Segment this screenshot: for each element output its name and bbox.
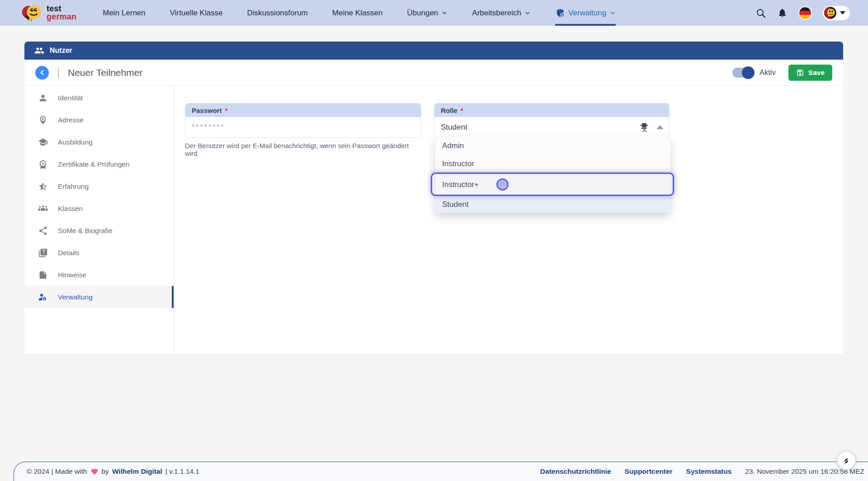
topbar: test german Mein Lernen Virtuelle Klasse…	[0, 0, 868, 26]
topbar-right	[755, 6, 850, 20]
certificate-medal-icon	[38, 159, 48, 169]
role-selected-value: Student	[441, 123, 638, 132]
logo-text: test german	[47, 5, 76, 20]
password-helper-text: Der Benutzer wird per E-Mail benachricht…	[185, 142, 421, 157]
manage-accounts-icon	[38, 292, 48, 302]
active-toggle[interactable]	[732, 68, 753, 78]
sidebar-item-ausbildung[interactable]: Ausbildung	[24, 131, 174, 153]
location-pin-icon	[38, 115, 48, 125]
page-title: Neuer Teilnehmer	[68, 67, 142, 78]
password-label: Passwort *	[185, 103, 421, 117]
sidebar-item-hinweise[interactable]: Hinweise	[24, 264, 174, 286]
chevron-down-icon	[524, 10, 531, 16]
role-option-instructor[interactable]: Instructor	[435, 155, 670, 173]
nav-item-virtuelle-klasse[interactable]: Virtuelle Klasse	[170, 0, 223, 26]
chevron-down-icon	[840, 11, 845, 14]
logo-smiley-icon	[22, 3, 42, 23]
password-input[interactable]	[185, 117, 421, 137]
main-nav: Mein Lernen Virtuelle Klasse Diskussions…	[103, 0, 616, 26]
sidebar-item-some-biografie[interactable]: SoMe & Biografie	[24, 219, 174, 242]
chevron-down-icon	[441, 10, 448, 16]
users-group-icon	[34, 46, 44, 56]
search-icon[interactable]	[755, 8, 766, 19]
content-card: Nutzer Neuer Teilnehmer Aktiv Save Ident…	[24, 42, 843, 355]
sidebar-item-klassen[interactable]: Klassen	[24, 197, 174, 219]
module-bar: Nutzer	[24, 42, 843, 60]
section-sidebar: Identität Adresse Ausbildung Zertifikate…	[24, 86, 174, 355]
sidebar-item-identitaet[interactable]: Identität	[24, 87, 174, 109]
sidebar-item-details[interactable]: Details	[24, 242, 174, 264]
page-header: Neuer Teilnehmer Aktiv Save	[24, 60, 843, 86]
required-asterisk: *	[225, 107, 228, 114]
nav-item-verwaltung[interactable]: Verwaltung	[555, 0, 616, 26]
role-option-instructor-plus[interactable]: Instructor+	[435, 173, 670, 196]
user-avatar-menu[interactable]	[823, 6, 850, 20]
active-toggle-label: Aktiv	[760, 68, 776, 77]
required-asterisk: *	[461, 107, 463, 114]
details-quiz-icon	[38, 248, 48, 258]
shield-user-icon	[555, 8, 565, 18]
nav-item-diskussionsforum[interactable]: Diskussionsforum	[247, 0, 308, 26]
leaf-glyph-icon	[841, 455, 852, 466]
nav-item-arbeitsbereich[interactable]: Arbeitsbereich	[472, 0, 531, 26]
footer-link-systemstatus[interactable]: Systemstatus	[686, 467, 732, 476]
save-button[interactable]: Save	[788, 65, 832, 81]
role-select[interactable]: Student	[434, 117, 669, 137]
module-title: Nutzer	[50, 47, 72, 55]
footer-link-supportcenter[interactable]: Supportcenter	[625, 467, 673, 476]
footer: © 2024 | Made with by Wilhelm Digital | …	[14, 462, 868, 481]
heart-icon	[90, 468, 99, 476]
avatar	[824, 7, 836, 19]
sidebar-item-erfahrung[interactable]: Erfahrung	[24, 175, 174, 197]
office-chair-icon	[638, 121, 650, 133]
save-floppy-icon	[796, 69, 804, 77]
company-name[interactable]: Wilhelm Digital	[112, 467, 162, 476]
note-file-icon	[38, 270, 48, 280]
nav-item-meine-klassen[interactable]: Meine Klassen	[332, 0, 383, 26]
form-area: Passwort * Der Benutzer wird per E-Mail …	[174, 86, 843, 355]
back-button[interactable]	[35, 66, 49, 79]
role-option-student[interactable]: Student	[435, 196, 670, 213]
chat-widget-button[interactable]	[836, 450, 856, 470]
app-logo[interactable]: test german	[22, 3, 76, 23]
sidebar-item-zertifikate[interactable]: Zertifikate & Prüfungen	[24, 153, 174, 175]
role-label: Rolle *	[434, 103, 669, 117]
nav-item-mein-lernen[interactable]: Mein Lernen	[103, 0, 146, 26]
toggle-knob	[742, 66, 755, 79]
language-flag-german[interactable]	[798, 6, 812, 20]
role-options-menu: Admin Instructor Instructor+ Student	[435, 137, 670, 213]
version-label: | v.1.1.14.1	[165, 467, 199, 476]
groups-icon	[38, 204, 48, 214]
share-icon	[38, 226, 48, 236]
header-separator	[58, 67, 59, 78]
footer-links: Datenschutzrichtlinie Supportcenter Syst…	[540, 467, 864, 476]
footer-link-datenschutz[interactable]: Datenschutzrichtlinie	[540, 467, 611, 476]
role-option-admin[interactable]: Admin	[435, 137, 670, 155]
footer-copyright: © 2024 | Made with by Wilhelm Digital | …	[27, 467, 199, 476]
notifications-bell-icon[interactable]	[777, 8, 788, 18]
password-field-group: Passwort * Der Benutzer wird per E-Mail …	[185, 103, 421, 157]
chevron-down-icon	[609, 10, 616, 16]
sidebar-item-adresse[interactable]: Adresse	[24, 109, 174, 131]
star-half-icon	[38, 182, 48, 191]
role-field-group: Rolle * Student	[434, 103, 670, 138]
person-icon	[38, 93, 48, 103]
sidebar-item-verwaltung[interactable]: Verwaltung	[24, 286, 174, 308]
graduation-cap-icon	[38, 137, 48, 147]
chevron-up-icon	[656, 125, 664, 129]
nav-item-uebungen[interactable]: Übungen	[407, 0, 448, 26]
